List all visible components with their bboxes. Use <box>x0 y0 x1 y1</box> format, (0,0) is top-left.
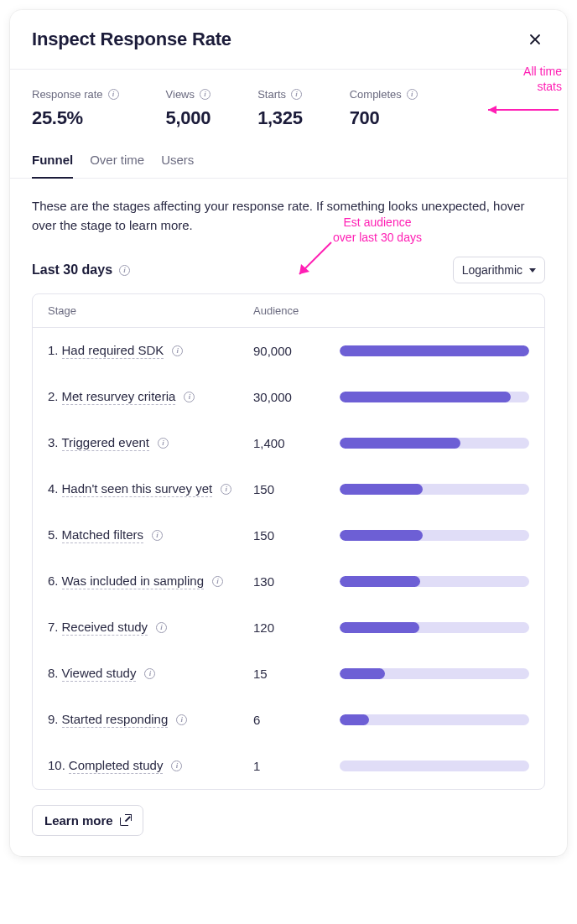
audience-value: 6 <box>253 713 340 727</box>
tabs: Funnel Over time Users <box>10 138 567 179</box>
tab-users[interactable]: Users <box>161 148 194 179</box>
stat-completes: Completes 700 <box>350 88 418 129</box>
funnel-bar-fill <box>340 714 369 725</box>
funnel-bar-fill <box>340 530 423 541</box>
tab-funnel[interactable]: Funnel <box>32 148 73 179</box>
tab-over-time[interactable]: Over time <box>90 148 144 179</box>
funnel-bar-fill <box>340 345 529 356</box>
info-icon[interactable] <box>156 622 167 633</box>
chevron-down-icon <box>529 268 536 273</box>
audience-value: 120 <box>253 620 340 635</box>
audience-value: 30,000 <box>253 390 340 404</box>
close-button[interactable] <box>525 29 545 49</box>
funnel-bar-fill <box>340 576 420 587</box>
annotation-arrow-est-audience <box>291 237 341 288</box>
col-header-audience: Audience <box>253 304 340 317</box>
close-icon <box>528 33 542 46</box>
stage-cell[interactable]: 4. Hadn't seen this survey yet <box>48 481 253 497</box>
funnel-description: These are the stages affecting your resp… <box>32 197 545 235</box>
annotation-arrow-all-time <box>475 103 559 120</box>
table-row: 3. Triggered event1,400 <box>33 420 544 466</box>
stage-number: 10. <box>48 758 65 772</box>
modal-header: Inspect Response Rate <box>10 10 567 70</box>
info-icon[interactable] <box>291 89 302 100</box>
funnel-bar-fill <box>340 438 460 449</box>
stage-cell[interactable]: 10. Completed study <box>48 758 253 774</box>
audience-value: 150 <box>253 528 340 542</box>
funnel-bar <box>340 714 529 725</box>
stage-cell[interactable]: 7. Received study <box>48 620 253 636</box>
info-icon[interactable] <box>212 576 223 587</box>
table-row: 7. Received study120 <box>33 605 544 651</box>
stage-name: Matched filters <box>62 527 144 543</box>
stat-value: 25.5% <box>32 107 119 129</box>
external-link-icon <box>120 815 131 826</box>
stat-value: 700 <box>350 107 418 129</box>
stage-cell[interactable]: 9. Started responding <box>48 712 253 728</box>
stage-name: Completed study <box>69 758 164 774</box>
info-icon[interactable] <box>407 89 418 100</box>
stage-cell[interactable]: 1. Had required SDK <box>48 343 253 359</box>
stage-number: 6. <box>48 574 59 588</box>
info-icon[interactable] <box>172 345 183 356</box>
funnel-table: Stage Audience 1. Had required SDK90,000… <box>32 293 545 790</box>
table-row: 10. Completed study1 <box>33 743 544 789</box>
scale-select[interactable]: Logarithmic <box>453 257 545 283</box>
stage-number: 5. <box>48 527 59 542</box>
stage-name: Met resurvey criteria <box>62 389 176 405</box>
col-header-stage: Stage <box>48 304 253 317</box>
audience-value: 15 <box>253 667 340 681</box>
funnel-bar <box>340 484 529 495</box>
scale-select-value: Logarithmic <box>462 263 522 277</box>
stage-number: 7. <box>48 620 59 634</box>
table-row: 5. Matched filters150 <box>33 512 544 558</box>
info-icon[interactable] <box>176 714 187 725</box>
table-header: Stage Audience <box>33 294 544 328</box>
stage-cell[interactable]: 6. Was included in sampling <box>48 574 253 589</box>
info-icon[interactable] <box>158 438 169 449</box>
funnel-bar <box>340 760 529 771</box>
stat-label: Completes <box>350 88 418 101</box>
stage-name: Triggered event <box>62 435 150 451</box>
stage-number: 2. <box>48 389 59 403</box>
learn-more-button[interactable]: Learn more <box>32 805 143 836</box>
stage-name: Was included in sampling <box>62 574 205 589</box>
stat-label: Views <box>166 88 211 101</box>
stage-cell[interactable]: 3. Triggered event <box>48 435 253 451</box>
stage-number: 1. <box>48 343 59 357</box>
stage-name: Had required SDK <box>62 343 164 359</box>
info-icon[interactable] <box>221 484 231 495</box>
stat-response-rate: Response rate 25.5% <box>32 88 119 129</box>
info-icon[interactable] <box>200 89 211 100</box>
table-row: 6. Was included in sampling130 <box>33 558 544 605</box>
stats-row: All timestats Response rate 25.5% Views … <box>10 70 567 138</box>
annotation-all-time-text: All timestats <box>523 65 562 94</box>
funnel-bar <box>340 622 529 633</box>
funnel-subheader: Last 30 days Logarithmic <box>32 257 545 283</box>
stage-name: Received study <box>62 620 148 636</box>
stage-cell[interactable]: 8. Viewed study <box>48 666 253 682</box>
audience-value: 1,400 <box>253 436 340 450</box>
funnel-bar-fill <box>340 668 385 679</box>
audience-value: 1 <box>253 759 340 773</box>
info-icon[interactable] <box>108 89 119 100</box>
stat-value: 1,325 <box>257 107 303 129</box>
funnel-bar <box>340 345 529 356</box>
stage-cell[interactable]: 2. Met resurvey criteria <box>48 389 253 405</box>
stage-cell[interactable]: 5. Matched filters <box>48 527 253 543</box>
stage-name: Started responding <box>62 712 169 728</box>
funnel-bar-fill <box>340 392 511 402</box>
info-icon[interactable] <box>184 392 195 402</box>
stat-views: Views 5,000 <box>166 88 211 129</box>
last-30-days-label: Last 30 days <box>32 262 130 278</box>
info-icon[interactable] <box>152 530 163 541</box>
info-icon[interactable] <box>119 265 130 276</box>
funnel-body: These are the stages affecting your resp… <box>10 179 567 856</box>
info-icon[interactable] <box>171 760 182 771</box>
funnel-bar <box>340 668 529 679</box>
funnel-bar-fill <box>340 622 419 633</box>
audience-value: 90,000 <box>253 344 340 358</box>
info-icon[interactable] <box>144 668 155 679</box>
stat-value: 5,000 <box>166 107 211 129</box>
stage-name: Viewed study <box>62 666 137 682</box>
